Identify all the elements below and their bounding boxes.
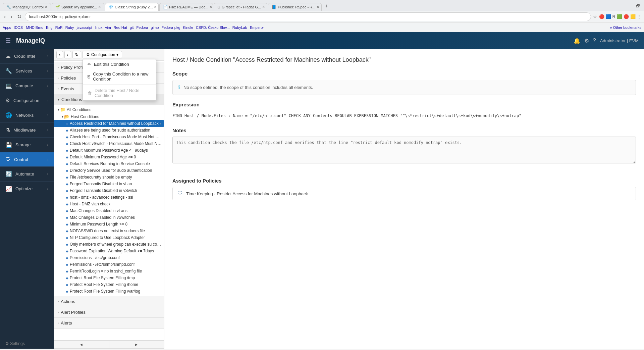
bookmark-ror[interactable]: RoR (55, 26, 63, 30)
bookmark-ruby[interactable]: Ruby (65, 26, 74, 30)
browser-tab-1[interactable]: 🔧 ManageIQ: Control × (3, 3, 51, 11)
tree-item-19[interactable]: ◆ Password Expiration Warning Default >=… (54, 248, 164, 254)
bottom-settings[interactable]: ⚙ Settings (0, 339, 54, 349)
tree-item-0[interactable]: ◆ Access Restricted for Machines without… (54, 120, 164, 127)
help-icon[interactable]: ? (593, 38, 596, 44)
alerts-header[interactable]: › Alerts (54, 318, 164, 328)
scroll-right-button[interactable]: ► (109, 341, 164, 349)
scroll-left-button[interactable]: ◄ (54, 341, 109, 349)
tree-item-20[interactable]: ◆ Permissions - /etc/grub.conf (54, 254, 164, 261)
back-tree-button[interactable]: ‹ (56, 51, 63, 58)
alert-profiles-header[interactable]: › Alert Profiles (54, 307, 164, 317)
sidebar-item-cloud-intel[interactable]: ☁ Cloud Intel › (0, 49, 54, 64)
tree-item-10[interactable]: ◆ Forged Transmits Disabled in vSwitch (54, 187, 164, 194)
tree-item-12[interactable]: ◆ Host - DMZ vlan check (54, 201, 164, 207)
configuration-button[interactable]: ⚙ Configuration ▾ (83, 51, 122, 58)
sidebar-item-middleware[interactable]: ⚗ Middleware › (0, 123, 54, 138)
tab-close-6[interactable]: × (317, 5, 319, 9)
bookmark-linux[interactable]: linux (95, 26, 103, 30)
tree-item-25[interactable]: ◆ Protect Root File System Filling /var/… (54, 288, 164, 295)
tree-item-8[interactable]: ◆ File /etc/securetty should be empty (54, 174, 164, 181)
bookmark-other[interactable]: » Other bookmarks (610, 26, 641, 30)
reload-button[interactable]: ↻ (16, 13, 23, 20)
tree-item-3[interactable]: ◆ Check Host vSwitch - Promiscuous Mode … (54, 140, 164, 147)
delete-condition-item[interactable]: 🗑 Delete this Host / Node Condition (83, 86, 156, 100)
tab-close-3[interactable]: × (154, 5, 156, 9)
tree-item-14[interactable]: ◆ Mac Changes Disabled in vSwitches (54, 214, 164, 221)
tab-close-1[interactable]: × (45, 5, 47, 9)
tree-item-7[interactable]: ◆ Directory Service used for sudo authen… (54, 167, 164, 174)
copy-condition-item[interactable]: ⎘ Copy this Condition to a new Condition (83, 69, 156, 84)
bookmark-star[interactable]: ☆ (593, 14, 597, 19)
ext-icon-4[interactable]: 🟩 (617, 14, 622, 19)
forward-tree-button[interactable]: › (64, 51, 71, 58)
tree-item-21[interactable]: ◆ Permissions - /etc/snmp/snmpd.conf (54, 261, 164, 268)
bell-icon[interactable]: 🔔 (574, 38, 580, 44)
browser-tab-2[interactable]: 🌱 Sprout: My applianc... × (52, 3, 104, 11)
browser-tab-6[interactable]: 📘 Publisher: RSpec - R... × (268, 3, 322, 11)
bookmark-javascript[interactable]: javascript (76, 26, 92, 30)
tree-item-16[interactable]: ◆ NOPASSWD does not exist in sudoers fil… (54, 228, 164, 234)
new-tab-button[interactable]: + (322, 2, 331, 10)
menu-button[interactable]: ⋮ (637, 14, 641, 19)
bookmark-rubylab[interactable]: RubyLab (232, 26, 247, 30)
hamburger-menu[interactable]: ☰ (5, 37, 11, 44)
sidebar-item-services[interactable]: 🔧 Services › (0, 64, 54, 79)
browser-tab-3[interactable]: 💎 Class: String (Ruby 2... × (105, 3, 159, 11)
tree-item-1[interactable]: ◆ Aliases are being used for sudo author… (54, 127, 164, 134)
tree-item-13[interactable]: ◆ Mac Changes Disabled in vLans (54, 207, 164, 214)
notes-textarea[interactable] (172, 137, 636, 163)
tree-item-18[interactable]: ◆ Only members of wheel group can execut… (54, 241, 164, 248)
bookmark-vim[interactable]: vim (105, 26, 111, 30)
sidebar-item-configuration[interactable]: ⚙ Configuration › (0, 93, 54, 108)
tree-item-22[interactable]: ◆ PermitRootLogin = no in sshd_config fi… (54, 268, 164, 274)
tree-item-23[interactable]: ◆ Protect Root File System Filling /tmp (54, 274, 164, 281)
tree-item-2[interactable]: ◆ Check Host Port - Promiscuous Mode Mus… (54, 134, 164, 140)
tree-item-9[interactable]: ◆ Forged Transmits Disabled in vLan (54, 181, 164, 187)
tree-item-17[interactable]: ◆ NTP Configured to Use Loopback Adapter (54, 234, 164, 241)
bookmark-idos[interactable]: IDOS - MHD Brno (14, 26, 43, 30)
edit-condition-item[interactable]: ✏ Edit this Condition (83, 59, 156, 69)
ext-icon-3[interactable]: R (612, 14, 615, 19)
ext-icon-2[interactable]: 🟦 (606, 14, 611, 19)
settings-icon[interactable]: ⚙ (584, 38, 589, 44)
bookmark-redhat[interactable]: Red Hat (114, 26, 127, 30)
bookmark-emperor[interactable]: Emperor (250, 26, 264, 30)
bookmark-git[interactable]: git (130, 26, 134, 30)
tab-close-5[interactable]: × (262, 5, 265, 9)
sidebar-item-optimize[interactable]: 📈 Optimize › (0, 182, 54, 196)
bookmark-apps[interactable]: Apps (3, 26, 11, 30)
tree-item-5[interactable]: ◆ Default Minimum Password Age >= 0 (54, 154, 164, 160)
sidebar-item-control[interactable]: 🛡 Control › (0, 152, 54, 167)
host-conditions-row[interactable]: ▾ 📂 Host Conditions (54, 113, 164, 120)
tree-item-6[interactable]: ◆ Default Services Running in Service Co… (54, 160, 164, 167)
browser-tab-5[interactable]: G G rspec let - Hľadať G... × (214, 3, 267, 11)
tree-item-15[interactable]: ◆ Minimum Password Length >= 8 (54, 221, 164, 228)
sidebar-item-automate[interactable]: 🔄 Automate › (0, 167, 54, 182)
forward-button[interactable]: › (9, 13, 13, 20)
address-input[interactable] (25, 12, 591, 21)
tree-item-24[interactable]: ◆ Protect Root File System Filling /home (54, 281, 164, 288)
ext-icon-1[interactable]: 🔴 (599, 14, 604, 19)
browser-tab-4[interactable]: 📄 File: README — Doc... × (159, 3, 213, 11)
bookmark-csfd[interactable]: CSFD: Česko-Slov... (196, 26, 230, 30)
refresh-tree-button[interactable]: ↻ (72, 51, 81, 58)
sidebar-item-storage[interactable]: 💾 Storage › (0, 138, 54, 152)
tab-close-4[interactable]: × (210, 5, 212, 9)
all-conditions-row[interactable]: ▾ 📁 All Conditions (54, 106, 164, 113)
back-button[interactable]: ‹ (3, 13, 7, 20)
tree-item-11[interactable]: ◆ host - dmz - advanced settings - ssl (54, 194, 164, 201)
bookmark-eng[interactable]: Eng (46, 26, 53, 30)
bookmark-kindle[interactable]: Kindle (183, 26, 194, 30)
sidebar-item-compute[interactable]: 💻 Compute › (0, 79, 54, 93)
user-label[interactable]: Administrator | EVM (600, 38, 639, 43)
bookmark-fedora[interactable]: Fedora (137, 26, 148, 30)
actions-header[interactable]: › Actions (54, 296, 164, 307)
tab-close-2[interactable]: × (98, 5, 101, 9)
ext-icon-6[interactable]: 🟨 (630, 14, 636, 19)
bookmark-gimp[interactable]: gimp (151, 26, 159, 30)
ext-icon-5[interactable]: 🔴 (624, 14, 629, 19)
sidebar-item-networks[interactable]: 🌐 Networks › (0, 108, 54, 123)
tree-item-4[interactable]: ◆ Default Maximum Password Age <= 90days (54, 147, 164, 154)
bookmark-fedorapkg[interactable]: Fedora-pkg (161, 26, 180, 30)
